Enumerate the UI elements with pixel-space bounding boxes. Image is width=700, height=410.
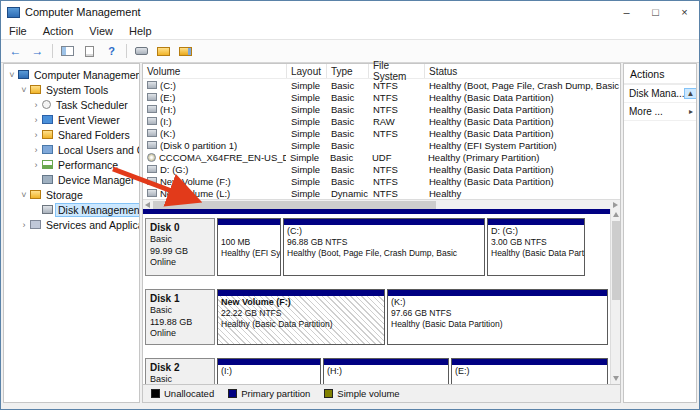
scrollbar-thumb[interactable] [153, 201, 436, 209]
actions-title: Actions [624, 64, 696, 85]
cell-type: Basic [327, 92, 369, 103]
column-header-type[interactable]: Type [327, 64, 369, 78]
disk-kind: Basic [150, 234, 210, 246]
menu-view[interactable]: View [81, 25, 121, 37]
cell-layout: Simple [287, 116, 327, 127]
volume-row-new-volume-f[interactable]: New Volume (F:) Simple Basic NTFS Health… [143, 175, 620, 187]
cell-status: Healthy (Boot, Page File, Crash Dump, Ba… [425, 80, 620, 91]
computer-management-window: Computer Management – □ × File Action Vi… [0, 0, 700, 410]
scrollbar-track[interactable] [153, 200, 610, 209]
volume-row-disk0-partition1[interactable]: (Disk 0 partition 1) Simple Basic Health… [143, 139, 620, 151]
tree-item-disk-management[interactable]: Disk Management [4, 202, 139, 217]
disk1-label[interactable]: Disk 1 Basic 119.88 GB Online [145, 289, 215, 345]
partition-i[interactable]: (I:) [217, 358, 321, 384]
column-header-status[interactable]: Status [425, 64, 620, 78]
scroll-right-icon[interactable] [610, 200, 620, 210]
partition-title: (E:) [455, 366, 604, 377]
chevron-right-icon[interactable]: › [31, 100, 41, 110]
properties-glyph [85, 46, 94, 57]
scrollbar-thumb[interactable] [612, 221, 620, 300]
column-header-file-system[interactable]: File System [369, 64, 425, 78]
users-icon [42, 145, 53, 154]
scroll-left-icon[interactable] [143, 200, 153, 210]
cell-file-system: NTFS [369, 176, 425, 187]
cell-layout: Simple [287, 92, 327, 103]
volume-row-c[interactable]: (C:) Simple Basic NTFS Healthy (Boot, Pa… [143, 79, 620, 91]
column-header-layout[interactable]: Layout [287, 64, 327, 78]
back-icon[interactable]: ← [5, 42, 26, 61]
task-scheduler-icon [42, 100, 51, 109]
tree-item-task-scheduler[interactable]: › Task Scheduler [4, 97, 139, 112]
partition-size: 3.00 GB NTFS [491, 237, 581, 248]
tree-item-storage[interactable]: ˅ Storage [4, 187, 139, 202]
partition-e[interactable]: (E:) [451, 358, 608, 384]
disk0-label[interactable]: Disk 0 Basic 99.99 GB Online [145, 218, 215, 276]
help-icon[interactable]: ? [101, 42, 122, 61]
scroll-down-icon[interactable] [611, 374, 620, 384]
menu-action[interactable]: Action [35, 25, 82, 37]
export-list-icon[interactable] [175, 42, 196, 61]
tree-item-services-and-applications[interactable]: › Services and Applications [4, 217, 139, 232]
tree-item-computer-management[interactable]: ˅ Computer Management (Local [4, 67, 139, 82]
volume-icon [147, 165, 157, 173]
forward-icon[interactable]: → [27, 42, 48, 61]
chevron-right-icon[interactable]: › [19, 220, 29, 230]
cell-layout: Simple [287, 164, 327, 175]
tree-item-shared-folders[interactable]: › Shared Folders [4, 127, 139, 142]
tree-item-local-users-and-groups[interactable]: › Local Users and Groups [4, 142, 139, 157]
volume-row-h[interactable]: (H:) Simple Basic NTFS Healthy (Basic Da… [143, 103, 620, 115]
folder-icon[interactable] [153, 42, 174, 61]
more-arrow-icon[interactable]: ▸ [689, 107, 693, 116]
vertical-scrollbar[interactable] [610, 209, 620, 384]
tree-item-device-manager[interactable]: Device Manager [4, 172, 139, 187]
volume-row-cccoma-dvd[interactable]: CCCOMA_X64FRE_EN-US_DV9 (D:) Simple Basi… [143, 151, 620, 163]
chevron-down-icon[interactable]: ˅ [7, 70, 17, 80]
partition-h[interactable]: (H:) [323, 358, 449, 384]
partition-k[interactable]: (K:) 97.66 GB NTFS Healthy (Basic Data P… [387, 289, 608, 345]
tree-item-performance[interactable]: › Performance [4, 157, 139, 172]
actions-group-disk-management[interactable]: Disk Mana... ▲ [624, 85, 696, 103]
chevron-right-icon[interactable]: › [31, 130, 41, 140]
disk-state: Online [150, 328, 210, 340]
window-bottom-strip [1, 403, 699, 410]
chevron-right-icon[interactable]: › [31, 115, 41, 125]
tree-item-system-tools[interactable]: ˅ System Tools [4, 82, 139, 97]
cell-file-system: NTFS [369, 92, 425, 103]
properties-icon[interactable] [79, 42, 100, 61]
collapse-icon[interactable]: ▲ [685, 89, 696, 98]
volume-row-d-g[interactable]: D: (G:) Simple Basic NTFS Healthy (Basic… [143, 163, 620, 175]
menu-file[interactable]: File [1, 25, 35, 37]
cell-layout: Simple [287, 80, 327, 91]
actions-pane: Actions Disk Mana... ▲ More ... ▸ [623, 63, 697, 403]
cell-status: Healthy (Basic Data Partition) [425, 116, 620, 127]
partition-c[interactable]: (C:) 96.88 GB NTFS Healthy (Boot, Page F… [283, 218, 485, 276]
cell-layout: Simple [287, 140, 327, 151]
partition-d-g[interactable]: D: (G:) 3.00 GB NTFS Healthy (Basic Data… [487, 218, 585, 276]
chevron-right-icon[interactable]: › [31, 160, 41, 170]
partition-title: D: (G:) [491, 226, 581, 237]
tree-item-event-viewer[interactable]: › Event Viewer [4, 112, 139, 127]
volume-row-k[interactable]: (K:) Simple Basic NTFS Healthy (Basic Da… [143, 127, 620, 139]
console-tree-icon[interactable] [57, 42, 78, 61]
chevron-down-icon[interactable]: ˅ [19, 85, 29, 95]
folder-glyph [157, 47, 170, 56]
volume-row-new-volume-l[interactable]: New Volume (L:) Simple Dynamic NTFS Heal… [143, 187, 620, 199]
disk2-label[interactable]: Disk 2 Basic [145, 358, 215, 384]
maximize-button[interactable]: □ [641, 1, 670, 23]
chevron-down-icon[interactable]: ˅ [19, 190, 29, 200]
legend-unallocated: Unallocated [151, 388, 214, 399]
legend-primary-partition: Primary partition [228, 388, 310, 399]
actions-more[interactable]: More ... ▸ [624, 103, 696, 121]
volume-row-e[interactable]: (E:) Simple Basic NTFS Healthy (Basic Da… [143, 91, 620, 103]
partition-new-volume-f-selected[interactable]: New Volume (F:) 22.22 GB NTFS Healthy (B… [217, 289, 385, 345]
chevron-right-icon[interactable]: › [31, 145, 41, 155]
scroll-up-icon[interactable] [611, 209, 620, 219]
disk-icon[interactable] [131, 42, 152, 61]
minimize-button[interactable]: – [612, 1, 641, 23]
horizontal-scrollbar[interactable] [143, 199, 620, 209]
partition-efi[interactable]: 100 MB Healthy (EFI Sys [217, 218, 281, 276]
column-header-volume[interactable]: Volume [143, 64, 287, 78]
close-button[interactable]: × [670, 1, 699, 23]
volume-row-i[interactable]: (I:) Simple Basic RAW Healthy (Basic Dat… [143, 115, 620, 127]
menu-help[interactable]: Help [121, 25, 160, 37]
